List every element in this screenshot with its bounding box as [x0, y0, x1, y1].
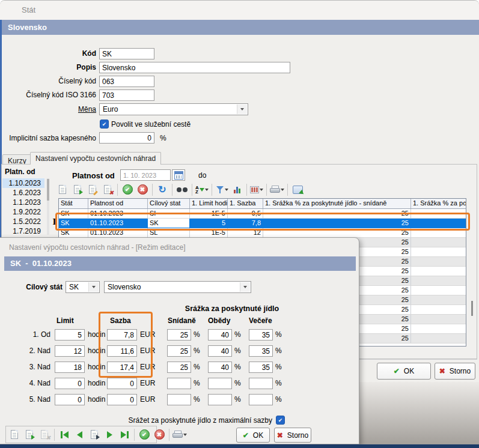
list-item[interactable]: 1.10.2023 [2, 178, 44, 188]
cilovy-stat-name-combo[interactable]: Slovensko [104, 281, 251, 293]
previous-record-button[interactable] [73, 428, 86, 441]
calendar-button[interactable] [172, 169, 185, 181]
limit-input[interactable] [55, 394, 85, 405]
obedy-input[interactable] [208, 394, 232, 405]
vecere-input[interactable] [249, 378, 273, 389]
table-row[interactable]: SK 01.10.2023 SI 1E-5 9,5 25 [59, 209, 466, 219]
ok-button[interactable]: OK [377, 363, 431, 380]
vecere-input[interactable] [249, 362, 273, 373]
delete-record-button[interactable] [101, 183, 114, 196]
column-header[interactable]: 1. Sazba [228, 199, 263, 208]
snidane-input[interactable] [167, 329, 191, 341]
table-scrollbar-thumb[interactable] [471, 301, 473, 316]
accept-button[interactable] [121, 183, 134, 196]
limit-input[interactable] [55, 329, 85, 341]
next-record-button[interactable] [103, 428, 116, 441]
limit-input[interactable] [55, 378, 85, 389]
vecere-input[interactable] [249, 394, 273, 405]
chevron-down-icon[interactable] [260, 189, 263, 191]
sort-button[interactable] [195, 183, 209, 196]
cilovy-stat-code-combo[interactable]: SK [66, 281, 100, 293]
column-header[interactable]: Platnost od [88, 199, 148, 208]
mena-combo[interactable]: Euro [99, 103, 248, 115]
columns-button[interactable] [250, 183, 263, 196]
dialog-storno-button[interactable]: Storno [274, 428, 311, 443]
platnost-od-input[interactable] [120, 169, 171, 181]
cell-sazba: 7,8 [228, 219, 263, 228]
record-list-button[interactable] [88, 428, 101, 441]
export-button[interactable] [291, 183, 304, 196]
chevron-down-icon[interactable] [237, 104, 247, 114]
vecere-input[interactable] [249, 329, 273, 341]
max-sazba-checkbox[interactable] [276, 416, 285, 425]
obedy-input[interactable] [208, 329, 232, 341]
column-header[interactable]: Stát [59, 199, 88, 208]
sazba-input[interactable] [107, 362, 137, 373]
list-item[interactable]: 1.6.2023 [2, 188, 44, 198]
iso-kod-input[interactable] [99, 89, 154, 101]
column-header[interactable]: 1. Srážka % za pos [411, 199, 466, 208]
list-item[interactable]: 1.9.2022 [2, 207, 44, 217]
tab-kurzy[interactable]: Kurzy [2, 154, 32, 165]
implicitni-input[interactable] [99, 132, 154, 144]
filter-chart-button[interactable] [230, 183, 243, 196]
chevron-down-icon[interactable] [281, 189, 284, 191]
column-header[interactable]: 1. Limit hodin [190, 199, 228, 208]
chevron-down-icon[interactable] [88, 282, 99, 292]
ciselny-kod-input[interactable] [99, 76, 154, 87]
table-row[interactable]: SK 01.10.2023 SL 1E-5 12 25 [59, 228, 466, 238]
mena-label[interactable]: Měna [0, 105, 96, 114]
list-item[interactable]: 1.1.2023 [2, 198, 44, 207]
obedy-input[interactable] [208, 378, 232, 389]
cancel-button[interactable] [153, 428, 166, 441]
popis-input[interactable] [99, 62, 290, 73]
vecere-input[interactable] [249, 345, 273, 357]
obedy-input[interactable] [208, 345, 232, 357]
snidane-input[interactable] [167, 345, 191, 357]
limit-input[interactable] [55, 362, 85, 373]
search-button[interactable] [175, 183, 189, 196]
column-header[interactable]: 1. Srážka % za poskytnuté jídlo - snídan… [263, 199, 411, 208]
chevron-down-icon[interactable] [225, 189, 228, 191]
print-button[interactable] [172, 428, 187, 441]
sazba-input[interactable] [107, 329, 137, 341]
sazba-input[interactable] [107, 378, 137, 389]
sazba-input[interactable] [107, 394, 137, 405]
cell-cilovy: SL [148, 228, 190, 238]
copy-record-button[interactable] [71, 183, 84, 196]
sazba-input[interactable] [107, 345, 137, 357]
snidane-input[interactable] [167, 378, 191, 389]
kod-input[interactable] [99, 48, 154, 59]
refresh-button[interactable] [156, 183, 169, 196]
dialog-ok-button[interactable]: OK [236, 428, 270, 443]
accept-button[interactable] [138, 428, 151, 441]
last-record-button[interactable] [118, 428, 131, 441]
tab-nastaveni-nahrad[interactable]: Nastavení vypočtu cestovních náhrad [30, 152, 161, 165]
cancel-button[interactable] [136, 183, 149, 196]
obedy-input[interactable] [208, 362, 232, 373]
storno-button[interactable]: Storno [435, 363, 475, 380]
print-button[interactable] [270, 183, 284, 196]
chevron-down-icon[interactable] [205, 189, 209, 191]
chevron-down-icon[interactable] [240, 282, 250, 292]
new-record-button[interactable] [56, 183, 69, 196]
snidane-input[interactable] [167, 394, 191, 405]
copy-record-button[interactable] [23, 428, 36, 441]
eur-unit: EUR [140, 395, 155, 404]
new-record-button[interactable] [8, 428, 21, 441]
list-item[interactable]: 1.5.2022 [2, 217, 44, 226]
edit-record-button[interactable] [86, 183, 99, 196]
first-record-button[interactable] [58, 428, 71, 441]
filter-button[interactable] [215, 183, 228, 196]
column-header[interactable]: Cílový stat [148, 199, 190, 208]
list-scrollbar-thumb[interactable] [47, 179, 49, 201]
table-row-selected[interactable]: SK 01.10.2023 SK 5 7,8 25 [59, 219, 466, 228]
list-item[interactable]: 1.7.2019 [2, 226, 44, 236]
cell-limit: 5 [190, 219, 228, 228]
hodin-unit: hodin [88, 347, 105, 355]
povolit-checkbox[interactable] [100, 120, 109, 129]
chevron-down-icon[interactable] [183, 434, 187, 436]
snidane-input[interactable] [167, 362, 191, 373]
limit-input[interactable] [55, 345, 85, 357]
delete-record-button-disabled[interactable] [38, 428, 51, 441]
